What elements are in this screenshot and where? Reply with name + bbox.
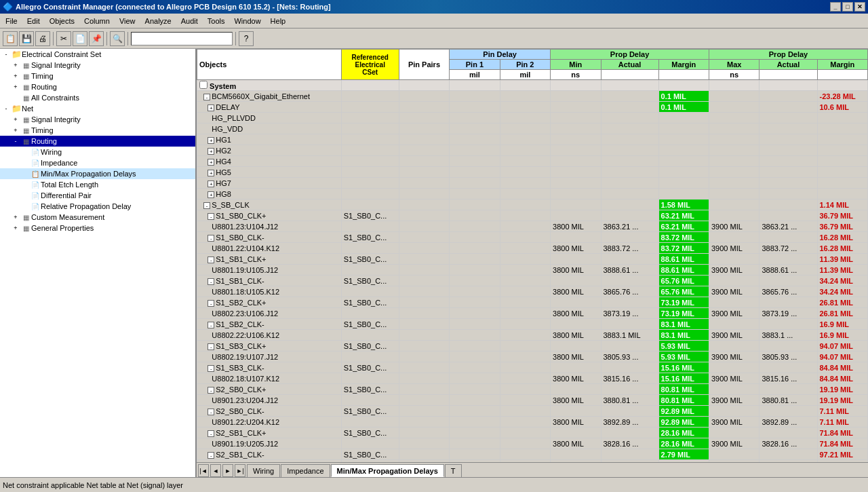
toggle-relprop[interactable]: [20, 203, 30, 210]
menu-audit[interactable]: Audit: [177, 16, 202, 26]
close-button[interactable]: ✕: [854, 2, 865, 12]
tab-arrow-next[interactable]: ►: [222, 464, 233, 477]
table-row[interactable]: -S1_SB1_CLK+ S1_SB0_C... 88.61 MIL 11.39…: [197, 254, 868, 265]
table-row[interactable]: U8802.23:U106.J12 3800 MIL3873.19 ... 73…: [197, 308, 868, 319]
table-row[interactable]: HG_PLLVDD: [197, 113, 868, 124]
toggle-minmax[interactable]: [20, 170, 30, 177]
toggle-allconstraints[interactable]: [11, 94, 20, 101]
expand-btn[interactable]: +: [208, 148, 214, 155]
tree-node-net-si[interactable]: + ▦ Signal Integrity: [0, 114, 195, 125]
table-row[interactable]: +HG1: [197, 134, 868, 145]
table-row[interactable]: -S1_SB1_CLK- S1_SB0_C... 65.76 MIL 34.24…: [197, 276, 868, 286]
menu-file[interactable]: File: [1, 16, 22, 26]
toolbar-btn-3[interactable]: 🖨: [35, 31, 50, 46]
menu-tools[interactable]: Tools: [203, 16, 229, 26]
toggle-timing[interactable]: +: [11, 73, 20, 79]
expand-btn[interactable]: -: [208, 452, 214, 459]
table-row[interactable]: U8804.19:U205.K12 3900 MIL3903.79 ... 39…: [197, 460, 868, 463]
expand-btn[interactable]: -: [208, 278, 214, 285]
table-row[interactable]: -S1_SB2_CLK+ S1_SB0_C... 73.19 MIL 26.81…: [197, 297, 868, 308]
menu-edit[interactable]: Edit: [23, 16, 44, 26]
expand-btn[interactable]: +: [208, 105, 214, 111]
table-row[interactable]: U8801.19:U105.J12 3800 MIL3888.61 ... 88…: [197, 265, 868, 276]
tree-node-net-timing[interactable]: + ▦ Timing: [0, 125, 195, 136]
tree-node-diffpair[interactable]: 📄 Differential Pair: [0, 190, 195, 201]
tab-t[interactable]: T: [445, 464, 462, 477]
toggle-totaletch[interactable]: [20, 181, 30, 188]
table-row[interactable]: HG_VDD: [197, 124, 868, 134]
table-area[interactable]: Objects ReferencedElectricalCSet Pin Pai…: [197, 49, 868, 462]
table-row[interactable]: +HG4: [197, 156, 868, 167]
toggle-si[interactable]: +: [11, 62, 20, 69]
expand-btn[interactable]: -: [208, 322, 214, 328]
table-row[interactable]: -S2_SB0_CLK+ S1_SB0_C... 80.81 MIL 19.19…: [197, 384, 868, 395]
expand-btn[interactable]: -: [208, 409, 214, 415]
toggle-custmeas[interactable]: +: [11, 214, 20, 221]
toggle-net-si[interactable]: +: [11, 116, 20, 123]
tree-node-net[interactable]: - 📁 Net: [0, 103, 195, 114]
table-row[interactable]: +DELAY 0.1 MIL 10.6 MIL: [197, 102, 868, 113]
tree-node-wiring[interactable]: 📄 Wiring: [0, 147, 195, 157]
menu-analyze[interactable]: Analyze: [141, 16, 176, 26]
table-row[interactable]: +HG7: [197, 178, 868, 189]
menu-column[interactable]: Column: [80, 16, 114, 26]
expand-btn[interactable]: -: [208, 343, 214, 350]
table-row[interactable]: -S1_SB3_CLK+ S1_SB0_C... 5.93 MIL 94.07 …: [197, 341, 868, 352]
expand-btn[interactable]: -: [208, 387, 214, 394]
toolbar-btn-2[interactable]: 💾: [19, 31, 34, 46]
expand-btn[interactable]: +: [208, 137, 214, 144]
minimize-button[interactable]: _: [830, 2, 841, 12]
expand-btn[interactable]: +: [208, 159, 214, 166]
table-row[interactable]: -S2_SB1_CLK+ S1_SB0_C... 28.16 MIL 71.84…: [197, 428, 868, 438]
tree-node-net-routing[interactable]: - ▦ Routing: [0, 136, 195, 147]
tab-impedance[interactable]: Impedance: [281, 464, 330, 477]
table-row[interactable]: U8801.18:U105.K12 3800 MIL3865.76 ... 65…: [197, 286, 868, 297]
toggle-ecs[interactable]: -: [1, 51, 11, 58]
table-row[interactable]: -S2_SB0_CLK- S1_SB0_C... 92.89 MIL 7.11 …: [197, 406, 868, 417]
menu-view[interactable]: View: [115, 16, 140, 26]
expand-btn[interactable]: +: [208, 191, 214, 198]
tree-node-si[interactable]: + ▦ Signal Integrity: [0, 60, 195, 71]
expand-btn[interactable]: -: [208, 235, 214, 242]
toggle-wiring[interactable]: [20, 149, 30, 155]
table-row[interactable]: System: [197, 80, 868, 91]
menu-help[interactable]: Help: [267, 16, 290, 26]
toolbar-btn-cut[interactable]: ✂: [56, 31, 71, 46]
tab-minmax[interactable]: Min/Max Propagation Delays: [331, 464, 444, 477]
toggle-routing-ecs[interactable]: +: [11, 83, 20, 90]
row-checkbox[interactable]: [199, 81, 208, 89]
expand-btn[interactable]: +: [208, 170, 214, 176]
tree-node-custmeas[interactable]: + ▦ Custom Measurement: [0, 212, 195, 223]
tree-node-totaletch[interactable]: 📄 Total Etch Length: [0, 179, 195, 190]
expand-btn[interactable]: -: [208, 257, 214, 263]
expand-btn[interactable]: +: [208, 181, 214, 187]
expand-btn[interactable]: -: [208, 430, 214, 437]
toolbar-btn-1[interactable]: 📋: [3, 31, 18, 46]
tree-node-impedance[interactable]: 📄 Impedance: [0, 157, 195, 168]
tree-node-relprop[interactable]: 📄 Relative Propagation Delay: [0, 201, 195, 212]
toggle-net-timing[interactable]: +: [11, 127, 20, 134]
table-row[interactable]: U8901.19:U205.J12 3800 MIL3828.16 ... 28…: [197, 438, 868, 449]
restore-button[interactable]: □: [842, 2, 853, 12]
table-row[interactable]: U8801.22:U104.K12 3800 MIL 3883.72 ... 8…: [197, 243, 868, 254]
toggle-net-routing[interactable]: -: [11, 138, 20, 145]
menu-window[interactable]: Window: [230, 16, 264, 26]
table-row[interactable]: U8802.18:U107.K12 3800 MIL3815.16 ... 15…: [197, 373, 868, 384]
tree-node-routing-ecs[interactable]: + ▦ Routing: [0, 81, 195, 92]
table-row[interactable]: U8901.23:U204.J12 3800 MIL3880.81 ... 80…: [197, 395, 868, 406]
toolbar-btn-search[interactable]: 🔍: [110, 31, 125, 46]
table-row[interactable]: +HG2: [197, 145, 868, 156]
table-row[interactable]: U8801.23:U104.J12 3800 MIL 3863.21 ... 6…: [197, 221, 868, 232]
table-row[interactable]: -BCM5660X_Gigabit_Ethernet 0.1 MIL -23.2…: [197, 91, 868, 102]
table-row[interactable]: -S2_SB1_CLK- S1_SB0_C... 2.79 MIL 97.21 …: [197, 449, 868, 460]
tree-node-allconstraints[interactable]: ▦ All Constraints: [0, 92, 195, 103]
table-row[interactable]: -S_SB_CLK 1.58 MIL 1.14 MIL: [197, 200, 868, 210]
menu-objects[interactable]: Objects: [45, 16, 79, 26]
toggle-diffpair[interactable]: [20, 192, 30, 199]
toolbar-btn-paste[interactable]: 📌: [89, 31, 104, 46]
table-row[interactable]: U8802.22:U106.K12 3800 MIL3883.1 MIL 83.…: [197, 330, 868, 341]
tree-node-minmax[interactable]: 📋 Min/Max Propagation Delays: [0, 168, 195, 179]
table-row[interactable]: U8901.22:U204.K12 3800 MIL3892.89 ... 92…: [197, 417, 868, 428]
expand-btn[interactable]: -: [203, 94, 210, 100]
tree-node-timing[interactable]: + ▦ Timing: [0, 71, 195, 81]
